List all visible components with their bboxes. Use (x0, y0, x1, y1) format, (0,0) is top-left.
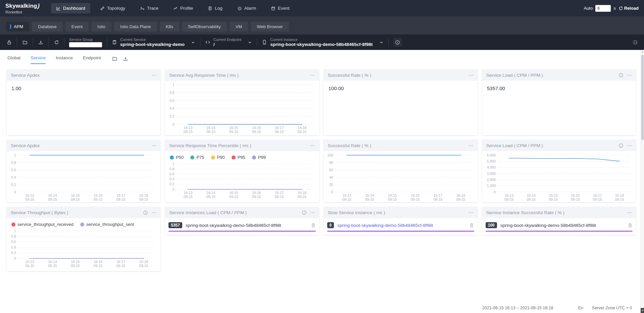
current-service-selector[interactable]: Current Service spring-boot-skywalking-d… (110, 38, 197, 47)
more-menu-icon[interactable] (627, 210, 632, 215)
svg-text:0: 0 (331, 190, 333, 194)
logo[interactable]: Skywalking ) Rocketbot (5, 3, 40, 14)
vertical-scrollbar[interactable]: ▲ ▼ (640, 50, 644, 313)
server-zone-label[interactable]: Server Zone UTC + 0 (592, 306, 632, 310)
copy-icon[interactable] (311, 223, 316, 228)
instance-name: spring-boot-skywalking-demo-58b48465cf-8… (186, 223, 308, 228)
svg-text:09-15: 09-15 (252, 195, 261, 199)
more-menu-icon[interactable] (151, 73, 156, 78)
code-brackets-icon (205, 40, 210, 45)
dashboard-tab-istio[interactable]: Istio (91, 22, 111, 32)
nav-item-event[interactable]: Event (266, 3, 295, 13)
svg-text:0: 0 (494, 190, 496, 194)
tab-instance[interactable]: Instance (56, 55, 73, 64)
apdex-trend-chart[interactable]: 00.20.40.60.8116:1309-1516:1409-1516:150… (7, 151, 160, 202)
instance-list-item[interactable]: 0 spring-boot-skywalking-demo-58b48465cf… (324, 218, 478, 228)
tab-label: SelfObservability (188, 24, 221, 29)
svg-text:0.2: 0.2 (169, 114, 175, 118)
dashboard-tab-event[interactable]: Event (65, 22, 89, 32)
svg-text:16:13: 16:13 (25, 193, 34, 197)
info-icon[interactable] (618, 73, 624, 78)
nav-item-trace[interactable]: Trace (135, 3, 163, 13)
service-group-input[interactable] (69, 42, 102, 47)
copy-icon[interactable] (469, 223, 474, 228)
card-title: Service Avg Response Time ( ms ) (169, 73, 306, 78)
nav-item-profile[interactable]: Profile (168, 3, 198, 13)
scrollbar-up-arrow[interactable]: ▲ (641, 50, 644, 54)
info-icon[interactable] (618, 143, 624, 148)
folder-icon[interactable] (112, 56, 117, 61)
svg-text:0.8: 0.8 (169, 167, 175, 171)
card-title: Service Apdex (11, 143, 148, 148)
dashboard-tab-apm[interactable]: APM (6, 22, 29, 32)
svg-text:16:16: 16:16 (252, 126, 261, 130)
export-icon[interactable] (36, 40, 46, 45)
tab-service[interactable]: Service (31, 55, 46, 64)
divider (200, 38, 200, 47)
legend-item[interactable]: P95 (232, 155, 245, 160)
tab-endpoint[interactable]: Endpoint (83, 55, 101, 64)
nav-item-dashboard[interactable]: Dashboard (51, 3, 90, 13)
more-menu-icon[interactable] (151, 143, 156, 148)
svg-text:09-15: 09-15 (365, 197, 374, 201)
download-icon[interactable] (123, 56, 128, 61)
more-menu-icon[interactable] (151, 210, 156, 215)
more-menu-icon[interactable] (627, 143, 632, 148)
folder-icon[interactable] (20, 40, 30, 45)
legend-item[interactable]: P99 (252, 155, 266, 160)
dashboard-tab-web-browser[interactable]: Web Browser (251, 22, 289, 32)
legend-item[interactable]: service_throughput_received (11, 222, 73, 227)
svg-text:16:13: 16:13 (342, 193, 351, 197)
scrollbar-down-arrow[interactable]: ▼ (641, 308, 644, 313)
more-menu-icon[interactable] (310, 143, 315, 148)
reload-button[interactable]: Reload (618, 6, 639, 11)
dashboard-tab-database[interactable]: Database (32, 22, 63, 32)
instance-list-item[interactable]: 100 spring-boot-skywalking-demo-58b48465… (482, 218, 636, 228)
legend-item[interactable]: P90 (211, 155, 225, 160)
more-menu-icon[interactable] (310, 210, 315, 215)
more-menu-icon[interactable] (627, 73, 632, 78)
current-instance-value: spring-boot-skywalking-demo-58b48465cf-8… (270, 42, 373, 47)
dashboard-tab-vm[interactable]: VM (230, 22, 248, 32)
dashboard-tab-k8s[interactable]: K8s (160, 22, 179, 32)
legend-item[interactable]: service_throughput_sent (80, 222, 134, 227)
more-menu-icon[interactable] (310, 73, 315, 78)
more-menu-icon[interactable] (468, 210, 474, 215)
percentile-chart[interactable]: 00.20.40.60.8116:1309-1516:1409-1516:150… (165, 160, 319, 199)
dashboard-tab-selfobservability[interactable]: SelfObservability (182, 22, 227, 32)
instance-name-link[interactable]: spring-boot-skywalking-demo-58b48465cf-8… (337, 223, 466, 228)
info-icon[interactable] (302, 210, 307, 215)
tab-global[interactable]: Global (7, 55, 20, 64)
svg-text:09-15: 09-15 (206, 130, 215, 134)
throughput-chart[interactable]: 00.20.40.60.8116:1309-1516:1409-1516:150… (7, 227, 160, 268)
avg-response-time-chart[interactable]: 00.20.40.60.8116:1309-1516:1409-1516:150… (165, 81, 319, 134)
language-selector[interactable]: En (578, 306, 583, 310)
more-menu-icon[interactable] (468, 73, 474, 78)
service-load-chart[interactable]: 01,0002,0003,0004,0005,0006,00016:1309-1… (482, 151, 636, 202)
copy-icon[interactable] (628, 223, 633, 228)
instance-list-item[interactable]: 5357 spring-boot-skywalking-demo-58b4846… (165, 218, 319, 228)
dashboard-tab-istio-data-plane[interactable]: Istio Data Plane (114, 22, 157, 32)
lock-icon[interactable] (4, 40, 14, 45)
nav-item-topology[interactable]: Topology (95, 3, 130, 13)
svg-text:09-15: 09-15 (252, 130, 261, 134)
info-icon[interactable] (393, 38, 402, 47)
scrollbar-thumb[interactable] (641, 55, 644, 140)
current-instance-selector[interactable]: Current Instance spring-boot-skywalking-… (260, 38, 385, 47)
info-icon[interactable] (143, 210, 148, 215)
logo-swoosh-icon: ) (37, 2, 40, 10)
nav-item-log[interactable]: Log (203, 3, 228, 13)
legend-item[interactable]: P75 (190, 155, 204, 160)
svg-text:16:13: 16:13 (184, 191, 193, 195)
auto-interval-input[interactable] (595, 5, 611, 12)
svg-text:100: 100 (327, 153, 333, 157)
svg-text:16:18: 16:18 (298, 126, 306, 130)
sidebar-toggle-icon[interactable] (632, 40, 638, 45)
more-menu-icon[interactable] (468, 143, 474, 148)
successful-rate-chart[interactable]: 02040608010016:1309-1516:1409-1516:1509-… (324, 151, 478, 202)
refresh-icon[interactable] (51, 40, 61, 45)
nav-item-alarm[interactable]: Alarm (232, 3, 261, 13)
nav-label: Trace (147, 6, 158, 11)
legend-item[interactable]: P50 (170, 155, 184, 160)
current-endpoint-selector[interactable]: Current Endpoint / (203, 38, 254, 47)
